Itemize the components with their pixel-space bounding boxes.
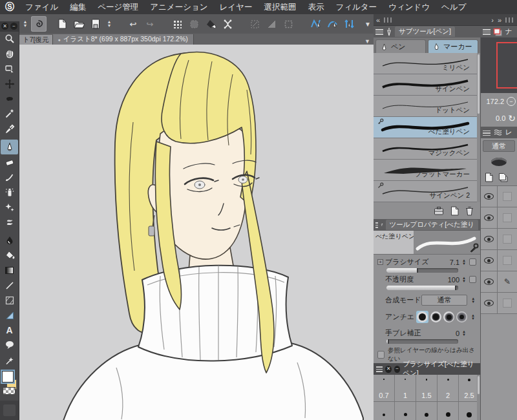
chevron-right-icon[interactable]: › (491, 16, 494, 24)
csp-logo-button[interactable] (31, 16, 47, 32)
move-tool[interactable] (0, 76, 19, 91)
layer-thumbnail[interactable] (498, 250, 517, 271)
transform-button[interactable] (220, 16, 235, 32)
launcher-dots-icon[interactable] (169, 16, 185, 32)
object-tool[interactable] (0, 61, 19, 76)
zoom-tool[interactable] (0, 32, 19, 47)
brush-item[interactable]: ミリペン (374, 53, 480, 74)
ruler-tool[interactable] (0, 308, 19, 322)
rotation-value[interactable]: 0.0 (496, 114, 505, 122)
brush-item[interactable]: フラットマーカー (374, 160, 480, 181)
antialias-middle[interactable] (443, 311, 454, 322)
layer-row[interactable] (481, 293, 517, 314)
open-file-button[interactable] (71, 16, 87, 32)
gradient-tool[interactable] (0, 263, 19, 278)
layer-visibility[interactable] (481, 186, 498, 207)
brush-size-value[interactable]: 7.1 (440, 258, 459, 266)
layer-row[interactable] (481, 207, 517, 229)
zoom-out-icon[interactable]: − (507, 97, 516, 106)
decoration-tool[interactable] (0, 200, 19, 215)
preset-cell[interactable]: 1.5 (416, 375, 438, 401)
layer-thumbnail[interactable] (498, 293, 517, 313)
spinner[interactable]: ▲▼ (461, 277, 467, 283)
blend-mode-dropdown[interactable]: 通常 (421, 295, 468, 306)
vector-pinch-button[interactable] (341, 16, 357, 32)
vector-line-button[interactable] (308, 16, 323, 32)
liquify-tool[interactable] (0, 233, 19, 247)
main-color-swatch[interactable] (2, 371, 14, 383)
dock-grip[interactable] (384, 17, 393, 23)
rotate-reset-icon[interactable]: ↻ (508, 113, 516, 123)
panel-menu-icon[interactable] (375, 29, 383, 35)
menu-layer[interactable]: レイヤー (214, 2, 258, 13)
brush-item-selected[interactable]: べた塗りペン (374, 117, 480, 138)
expand-icon[interactable]: + (377, 259, 383, 265)
spinner[interactable]: ▲▼ (470, 314, 476, 320)
toolbar-spinner[interactable]: ▲▼ (105, 20, 114, 28)
crop-button[interactable] (280, 16, 296, 32)
ink-icon[interactable] (491, 158, 507, 166)
layer-visibility[interactable] (481, 250, 498, 271)
tab-list-dropdown[interactable]: ▼ (361, 38, 374, 45)
tab-marker[interactable]: マーカー (428, 39, 478, 53)
stabilize-value[interactable]: 0 (440, 330, 459, 337)
brush-item[interactable]: サインペン (374, 74, 480, 96)
correct-line-tool[interactable] (0, 353, 19, 368)
dock-grip[interactable] (505, 17, 514, 23)
panel-menu-icon[interactable] (375, 222, 378, 228)
layer-row[interactable] (481, 186, 517, 207)
preset-cell[interactable]: 1 (395, 375, 416, 401)
spinner[interactable]: ▲▼ (461, 330, 467, 337)
minimize-icon[interactable]: − (10, 23, 17, 30)
menu-view[interactable]: 表示 (302, 2, 330, 13)
deselect-button[interactable] (186, 16, 202, 32)
reference-checkbox[interactable] (377, 351, 385, 359)
layer-row[interactable] (481, 250, 517, 271)
lasso-tool[interactable] (0, 91, 19, 106)
dynamics-button[interactable] (469, 258, 476, 266)
text-tool[interactable]: A (0, 323, 19, 338)
opacity-slider[interactable] (386, 286, 458, 290)
new-subtool-icon[interactable] (450, 206, 459, 216)
new-layer-icon[interactable] (485, 173, 493, 182)
eyedropper-tool[interactable] (0, 121, 19, 136)
fill-tool[interactable] (0, 247, 19, 262)
brush-item[interactable]: マジックペン (374, 138, 480, 160)
wrench-icon[interactable] (469, 243, 479, 253)
new-file-button[interactable] (54, 16, 70, 32)
preset-cell[interactable] (416, 402, 438, 420)
antialias-strong[interactable] (456, 311, 467, 322)
tab-pen[interactable]: ペン (375, 39, 426, 53)
redo-button[interactable]: ↪ (142, 16, 158, 32)
spinner[interactable]: ▲▼ (470, 297, 476, 304)
transparent-color-swatch[interactable] (3, 387, 16, 395)
minimize-icon[interactable]: − (394, 366, 400, 373)
toolcase-icon[interactable] (434, 206, 444, 215)
stabilize-slider[interactable] (386, 339, 458, 344)
layer-visibility[interactable] (481, 229, 498, 249)
marker-tool-selected[interactable] (1, 140, 18, 154)
close-icon[interactable]: ✕ (385, 366, 391, 373)
menu-filter[interactable]: フィルター (330, 2, 383, 13)
collapse-right-icon[interactable]: » (498, 16, 501, 24)
layer-blend-dropdown[interactable]: 通常 (483, 140, 515, 152)
preset-scrollbar[interactable] (477, 375, 480, 420)
undo-button[interactable]: ↩ (125, 16, 141, 32)
menu-selection[interactable]: 選択範囲 (258, 2, 302, 13)
layer-visibility[interactable] (481, 271, 498, 292)
frame-border-tool[interactable] (0, 293, 19, 308)
menu-help[interactable]: ヘルプ (436, 2, 472, 13)
antialias-weak[interactable] (430, 311, 441, 322)
layer-thumbnail[interactable] (498, 207, 517, 228)
toolbar-overflow-dropdown[interactable]: ▼ (364, 21, 371, 28)
collapse-left-icon[interactable]: « (376, 16, 380, 24)
airbrush-tool[interactable] (0, 185, 19, 200)
navigator-preview[interactable] (481, 37, 517, 93)
save-button[interactable] (88, 16, 103, 32)
flip-button[interactable] (264, 16, 279, 32)
scale-rotate-button[interactable] (247, 16, 262, 32)
zoom-value[interactable]: 172.2 (486, 98, 504, 105)
toolbar-spinner[interactable]: ▲▼ (21, 20, 30, 28)
fill-button[interactable] (203, 16, 218, 32)
trash-icon[interactable] (465, 206, 474, 216)
